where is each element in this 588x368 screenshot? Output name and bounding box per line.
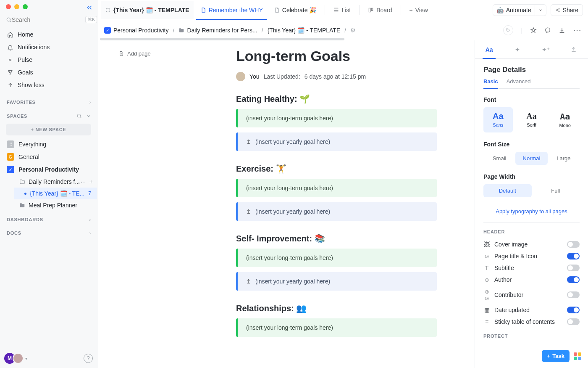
right-panel-body: Page Details Basic Advanced Font AaSans … (475, 59, 588, 368)
minimize-window[interactable] (14, 4, 19, 9)
tag-icon[interactable] (503, 25, 513, 35)
breadcrumb-space[interactable]: ✓Personal Productivity (104, 27, 169, 34)
rtab-ai[interactable]: ✦ (503, 40, 531, 58)
nav-pulse[interactable]: Pulse (0, 53, 97, 66)
space-everything[interactable]: ⠿Everything (0, 138, 97, 151)
callout-yearly[interactable]: ↥(insert your yearly goal here) (236, 132, 437, 151)
nav-home[interactable]: Home (0, 28, 97, 41)
font-mono[interactable]: AaMono (550, 107, 580, 132)
subtab-basic[interactable]: Basic (483, 78, 498, 89)
subtab-advanced[interactable]: Advanced (507, 78, 531, 88)
toggle-switch[interactable] (567, 265, 580, 271)
toggle-switch[interactable] (567, 276, 580, 283)
plus-icon[interactable]: + (89, 178, 93, 185)
width-default[interactable]: Default (483, 184, 532, 197)
toggle-switch[interactable] (567, 291, 580, 298)
breadcrumb-doc[interactable]: {This Year} 🗓️ - TEMPLATE (268, 27, 341, 34)
nav-label: Notifications (18, 44, 50, 50)
callout-longterm[interactable]: (insert your long-term goals here) (236, 249, 437, 267)
font-sans[interactable]: AaSans (483, 107, 513, 132)
tab-remember-why[interactable]: Remember the WHY (196, 1, 267, 19)
tab-celebrate[interactable]: Celebrate 🎉 (270, 1, 321, 19)
chevron-right-icon: › (89, 230, 91, 236)
section-relationships[interactable]: Relationships: 👥 (236, 303, 437, 313)
folder-meal-prep[interactable]: Meal Prep Planner (14, 199, 97, 211)
space-label: General (18, 154, 39, 160)
rtab-relations[interactable]: ✦⁺ (532, 40, 560, 58)
toggle-contributor: ☺☺Contributor (483, 286, 580, 304)
callout-yearly[interactable]: ↥(insert your yearly goal here) (236, 202, 437, 221)
add-page-button[interactable]: Add page (118, 50, 151, 57)
comment-icon[interactable] (544, 27, 551, 34)
new-task-button[interactable]: +Task (542, 350, 570, 362)
rtab-typography[interactable]: Aa (475, 40, 503, 58)
size-small[interactable]: Small (483, 152, 515, 165)
apps-icon[interactable] (574, 352, 581, 360)
add-view[interactable]: +View (405, 1, 432, 19)
nav-goals[interactable]: Goals (0, 66, 97, 79)
toggle-switch[interactable] (567, 241, 580, 248)
space-personal[interactable]: ✓Personal Productivity (0, 163, 97, 176)
callout-longterm[interactable]: (insert your long-term goals here) (236, 179, 437, 197)
toggle-subtitle: TSubtitle (483, 262, 580, 274)
section-exercise[interactable]: Exercise: 🏋️ (236, 164, 437, 174)
image-icon: 🖼 (483, 241, 490, 248)
download-icon[interactable] (559, 27, 565, 34)
section-eating[interactable]: Eating Healthy: 🌱 (236, 94, 437, 104)
section-self[interactable]: Self- Improvement: 📚 (236, 233, 437, 244)
automate-dropdown[interactable] (535, 4, 546, 16)
bell-icon (7, 44, 13, 50)
view-list[interactable]: ☰List (329, 1, 355, 19)
toggle-switch[interactable] (567, 307, 580, 313)
search-spaces-icon[interactable] (76, 113, 82, 119)
collapse-sidebar-icon[interactable] (86, 4, 93, 11)
help-icon[interactable]: ? (84, 354, 93, 363)
callout-longterm[interactable]: (insert your long-term goals here) (236, 318, 437, 337)
dashboards-header[interactable]: DASHBOARDS› (0, 211, 97, 225)
font-serif[interactable]: AaSerif (517, 107, 546, 132)
nav-notifications[interactable]: Notifications (0, 41, 97, 53)
toc-icon: ≡ (483, 318, 490, 325)
folder-daily-reminders[interactable]: Daily Reminders f... ⋯ + (14, 176, 97, 188)
toggle-switch[interactable] (567, 318, 580, 325)
page-title[interactable]: Long-term Goals (236, 48, 449, 64)
chevron-down-icon[interactable] (86, 114, 91, 119)
home-icon (7, 31, 13, 38)
nav-showless[interactable]: Show less (0, 79, 97, 91)
callout-longterm[interactable]: (insert your long-term goals here) (236, 109, 437, 127)
docs-header[interactable]: DOCS› (0, 225, 97, 238)
automate-button[interactable]: 🤖Automate (493, 4, 546, 16)
more-icon[interactable]: ⋯ (78, 177, 85, 186)
user-avatar[interactable] (13, 353, 24, 364)
view-board[interactable]: Board (364, 1, 396, 19)
width-full[interactable]: Full (532, 184, 580, 197)
view-label: Board (376, 7, 392, 13)
rtab-export[interactable] (560, 40, 588, 58)
space-general[interactable]: GGeneral (0, 151, 97, 163)
tab-this-year[interactable]: {This Year} 🗓️ - TEMPLATE (101, 1, 194, 19)
svg-rect-4 (369, 8, 371, 12)
breadcrumb-folder[interactable]: Daily Reminders for Pers... (178, 27, 257, 34)
toggle-switch[interactable] (567, 253, 580, 259)
share-button[interactable]: Share (551, 4, 583, 16)
star-icon[interactable] (530, 27, 537, 34)
size-large[interactable]: Large (548, 152, 580, 165)
callout-yearly[interactable]: ↥(insert your yearly goal here) (236, 272, 437, 291)
apply-all-link[interactable]: Apply typography to all pages (483, 206, 580, 222)
right-tabs: Aa ✦ ✦⁺ (475, 40, 588, 59)
search-input[interactable] (12, 16, 85, 23)
search-row[interactable]: ⌘K (0, 13, 97, 26)
favorites-header[interactable]: FAVORITES› (0, 94, 97, 107)
new-space-button[interactable]: + NEW SPACE (6, 124, 91, 135)
settings-icon[interactable]: ⚙ (350, 27, 356, 34)
toggle-author: ☺Author (483, 274, 580, 286)
spaces-header[interactable]: SPACES (0, 107, 97, 121)
doc-this-year[interactable]: {This Year} 🗓️ - TE... 7 (14, 188, 97, 199)
more-icon[interactable]: ⋯ (573, 25, 581, 35)
arrow-icon: ↥ (246, 138, 251, 145)
maximize-window[interactable] (23, 4, 28, 9)
chevron-down-icon[interactable]: ▾ (25, 356, 27, 361)
svg-point-1 (9, 59, 11, 61)
size-normal[interactable]: Normal (515, 152, 547, 165)
close-window[interactable] (6, 4, 11, 9)
